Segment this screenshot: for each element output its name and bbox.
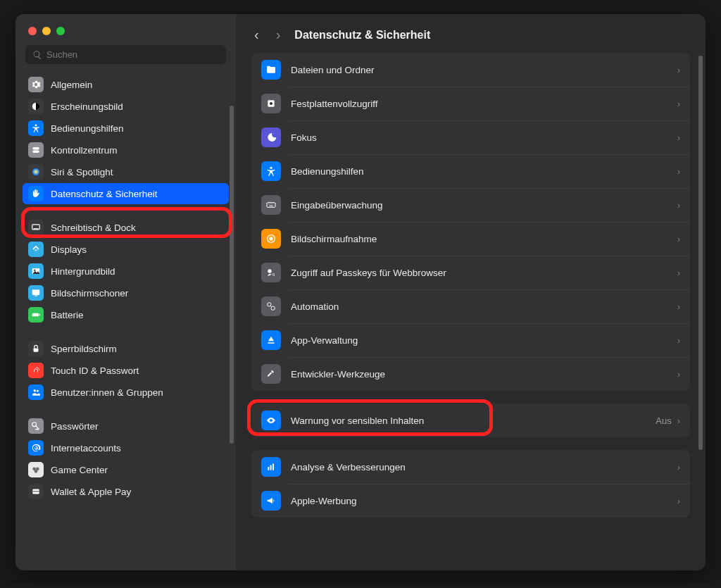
close-window-button[interactable] <box>28 27 37 35</box>
gamecenter-icon <box>28 462 44 477</box>
megaphone-icon <box>261 491 281 511</box>
sidebar-item-datenschutz-sicherheit[interactable]: Datenschutz & Sicherheit <box>23 183 229 204</box>
svg-rect-25 <box>267 203 275 208</box>
hammer-icon <box>261 364 281 384</box>
settings-group: Analyse & Verbesserungen›Apple-Werbung› <box>251 450 690 518</box>
battery-icon <box>28 307 44 323</box>
fingerprint-icon <box>28 363 44 378</box>
content: Dateien und Ordner›Festplattenvollzugrif… <box>236 53 706 570</box>
chevron-right-icon: › <box>677 462 680 473</box>
sidebar-item-label: Passwörter <box>51 421 99 432</box>
folder-icon <box>261 60 281 80</box>
settings-row-zugriff-auf-passkeys-f-r-webbrowser[interactable]: Zugriff auf Passkeys für Webbrowser› <box>251 256 690 289</box>
settings-row-label: Dateien und Ordner <box>291 65 677 75</box>
sidebar-item-batterie[interactable]: Batterie <box>23 304 229 325</box>
settings-row-app-verwaltung[interactable]: App-Verwaltung› <box>251 323 690 357</box>
chevron-right-icon: › <box>677 369 680 380</box>
search-box[interactable] <box>25 45 226 64</box>
sidebar-item-benutzer-innen-gruppen[interactable]: Benutzer:innen & Gruppen <box>23 382 229 403</box>
sidebar-item-label: Datenschutz & Sicherheit <box>51 189 158 199</box>
appearance-icon <box>28 99 44 114</box>
chevron-right-icon: › <box>677 234 680 244</box>
sidebar-item-bedienungshilfen[interactable]: Bedienungshilfen <box>23 118 229 139</box>
svg-rect-21 <box>32 491 39 492</box>
svg-rect-11 <box>32 313 39 317</box>
settings-row-label: Festplattenvollzugriff <box>291 99 677 109</box>
settings-row-fokus[interactable]: Fokus› <box>251 120 690 154</box>
sidebar-item-internetaccounts[interactable]: Internetaccounts <box>23 437 229 458</box>
accessibility-icon <box>261 161 281 181</box>
svg-point-23 <box>270 102 272 105</box>
settings-row-label: Bildschirmaufnahme <box>291 234 677 244</box>
settings-row-label: Warnung vor sensiblen Inhalten <box>291 415 656 426</box>
main-scrollbar[interactable] <box>698 56 703 450</box>
settings-row-bedienungshilfen[interactable]: Bedienungshilfen› <box>251 154 690 188</box>
svg-point-28 <box>268 269 271 273</box>
sidebar-item-passw-rter[interactable]: Passwörter <box>23 415 229 437</box>
sidebar-item-kontrollzentrum[interactable]: Kontrollzentrum <box>23 139 229 161</box>
sidebar-item-game-center[interactable]: Game Center <box>23 459 229 480</box>
sidebar-item-label: Touch ID & Passwort <box>51 365 139 376</box>
keyboard-icon <box>261 195 281 215</box>
sidebar-item-wallet-apple-pay[interactable]: Wallet & Apple Pay <box>23 481 229 502</box>
svg-point-30 <box>268 303 271 306</box>
svg-point-8 <box>34 270 35 271</box>
gear-icon <box>28 77 44 92</box>
chevron-right-icon: › <box>677 415 680 426</box>
main-panel: ‹ › Datenschutz & Sicherheit Dateien und… <box>236 14 706 570</box>
sidebar-item-bildschirmschoner[interactable]: Bildschirmschoner <box>23 282 229 304</box>
sidebar-item-label: Displays <box>51 244 87 255</box>
wallpaper-icon <box>28 263 44 279</box>
svg-point-24 <box>270 167 272 169</box>
settings-row-bildschirmaufnahme[interactable]: Bildschirmaufnahme› <box>251 222 690 256</box>
settings-row-label: Eingabeüberwachung <box>291 200 677 211</box>
minimize-window-button[interactable] <box>42 27 51 35</box>
settings-row-festplattenvollzugriff[interactable]: Festplattenvollzugriff› <box>251 87 690 120</box>
sidebar-item-label: Hintergrundbild <box>51 266 115 277</box>
maximize-window-button[interactable] <box>56 27 65 35</box>
chevron-right-icon: › <box>677 496 680 506</box>
settings-row-entwickler-werkzeuge[interactable]: Entwickler-Werkzeuge› <box>251 357 690 391</box>
settings-row-label: Entwickler-Werkzeuge <box>291 369 677 380</box>
sidebar-item-label: Allgemein <box>51 80 92 90</box>
chevron-right-icon: › <box>677 166 680 177</box>
chevron-right-icon: › <box>677 301 680 312</box>
back-button[interactable]: ‹ <box>251 25 262 44</box>
sidebar-item-hintergrundbild[interactable]: Hintergrundbild <box>23 261 229 282</box>
sidebar-scrollbar[interactable] <box>230 106 234 444</box>
disk-icon <box>261 94 281 113</box>
sidebar-item-touch-id-passwort[interactable]: Touch ID & Passwort <box>23 360 229 381</box>
sidebar-item-allgemein[interactable]: Allgemein <box>23 74 229 95</box>
screensaver-icon <box>28 285 44 301</box>
settings-row-analyse-verbesserungen[interactable]: Analyse & Verbesserungen› <box>251 450 690 484</box>
control-center-icon <box>28 142 44 158</box>
settings-row-value: Aus <box>656 415 671 426</box>
eye-icon <box>261 411 281 430</box>
settings-row-dateien-und-ordner[interactable]: Dateien und Ordner› <box>251 53 690 87</box>
sidebar-item-schreibtisch-dock[interactable]: Schreibtisch & Dock <box>23 217 229 238</box>
sidebar-item-displays[interactable]: Displays <box>23 239 229 260</box>
svg-point-1 <box>35 124 37 126</box>
sidebar-item-siri-spotlight[interactable]: Siri & Spotlight <box>23 161 229 182</box>
settings-row-apple-werbung[interactable]: Apple-Werbung› <box>251 484 690 518</box>
svg-point-4 <box>32 168 40 176</box>
dock-icon <box>28 220 44 235</box>
svg-rect-13 <box>34 348 39 351</box>
svg-rect-32 <box>268 467 269 470</box>
siri-icon <box>28 164 44 180</box>
settings-row-label: Zugriff auf Passkeys für Webbrowser <box>291 268 677 278</box>
chevron-right-icon: › <box>677 99 680 109</box>
appstore-icon <box>261 330 281 350</box>
settings-row-eingabe-berwachung[interactable]: Eingabeüberwachung› <box>251 188 690 222</box>
forward-button[interactable]: › <box>273 25 284 44</box>
moon-icon <box>261 127 281 147</box>
search-icon <box>32 50 42 60</box>
settings-row-warnung-vor-sensiblen-inhalten[interactable]: Warnung vor sensiblen InhaltenAus› <box>251 404 690 437</box>
sidebar-item-erscheinungsbild[interactable]: Erscheinungsbild <box>23 96 229 117</box>
settings-row-automation[interactable]: Automation› <box>251 289 690 323</box>
record-icon <box>261 229 281 249</box>
search-input[interactable] <box>46 49 219 60</box>
sidebar-item-label: Internetaccounts <box>51 443 121 453</box>
sidebar-nav: AllgemeinErscheinungsbildBedienungshilfe… <box>15 74 236 561</box>
sidebar-item-sperrbildschirm[interactable]: Sperrbildschirm <box>23 338 229 359</box>
